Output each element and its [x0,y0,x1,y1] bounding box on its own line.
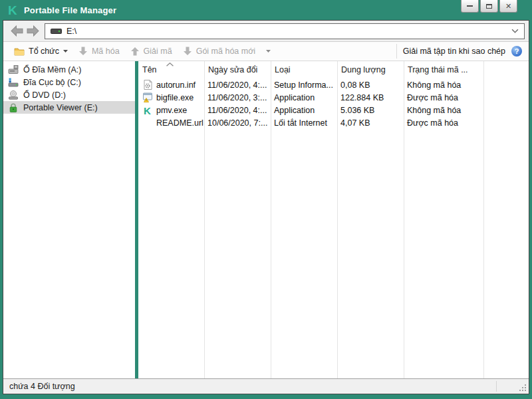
file-modified: 11/06/2020, 4:... [204,80,271,90]
drive-label: Ổ Đĩa Mềm (A:) [23,65,82,74]
sidebar-item-local-c[interactable]: Đĩa Cục bộ (C:) [3,76,135,88]
caret-down-icon [266,50,271,53]
column-separator[interactable] [404,61,404,378]
drive-label: Ổ DVD (D:) [23,90,66,100]
file-modified: 11/06/2020, 4:... [204,106,271,115]
encrypt-button[interactable]: Mã hóa [73,45,125,58]
status-bar: chứa 4 Đối tượng [3,378,529,394]
file-name-cell: README.url [138,118,204,128]
column-separator[interactable] [271,61,271,378]
file-name: autorun.inf [156,80,196,90]
column-separator[interactable] [204,61,205,378]
forward-icon [27,25,39,37]
toolbar-separator [396,44,397,59]
new-package-label: Gói mã hóa mới [196,47,255,56]
file-list: Tên Ngày sửa đổi Loại Dung lượng Trạng t… [138,61,529,378]
file-size: 0,08 KB [337,80,404,90]
file-status: Không mã hóa [404,106,483,115]
file-type: Setup Informa... [271,80,337,90]
decrypt-button[interactable]: Giải mã [125,45,178,58]
file-type: Application [271,93,337,102]
arrow-up-icon [130,47,140,56]
sort-ascending-icon [166,63,174,66]
title-bar[interactable]: K Portable File Manager ✕ [0,0,532,20]
command-toolbar: Tổ chức Mã hóa Giải mã [3,42,529,61]
file-modified: 10/06/2020, 7:... [204,118,271,128]
file-row[interactable]: K pmv.exe 11/06/2020, 4:... Application … [138,104,529,116]
column-header-modified[interactable]: Ngày sửa đổi [204,65,271,74]
file-name-cell: autorun.inf [138,80,204,90]
column-header-name[interactable]: Tên [138,65,204,74]
file-name-cell: K pmv.exe [138,105,204,116]
chevron-down-icon[interactable] [511,29,519,33]
minimize-icon [467,5,473,7]
file-row[interactable]: autorun.inf 11/06/2020, 4:... Setup Info… [138,78,529,91]
file-modified: 11/06/2020, 3:... [204,93,271,102]
close-icon: ✕ [505,3,511,10]
kaspersky-logo-icon: K [6,3,21,17]
blank-icon [142,118,153,128]
file-row[interactable]: bigfile.exe 11/06/2020, 3:... Applicatio… [138,91,529,104]
window-title: Portable File Manager [24,5,116,15]
drive-list: Ổ Đĩa Mềm (A:) Đĩa Cục bộ (C:) [3,61,135,378]
arrow-down-icon [183,47,192,56]
drive-icon [51,27,62,35]
local-disk-icon [8,77,19,88]
resize-grip-icon[interactable] [519,384,527,392]
svg-text:K: K [144,105,151,116]
file-name: bigfile.exe [156,93,194,102]
inf-file-icon [142,80,153,90]
organize-label: Tổ chức [29,47,59,56]
file-type: Lối tắt Internet [271,118,337,128]
organize-button[interactable]: Tổ chức [9,45,73,58]
decrypt-on-copy-label: Giải mã tập tin khi sao chép [403,47,505,56]
toolbar-right-group: Giải mã tập tin khi sao chép ? [396,44,523,59]
file-name: README.url [156,118,203,128]
lock-icon [8,102,19,113]
file-size: 5.036 KB [337,106,404,115]
file-size: 4,07 KB [337,118,404,128]
caret-down-icon [63,50,68,53]
arrow-down-icon [78,47,88,56]
portable-file-manager-window: K Portable File Manager ✕ [0,0,532,399]
new-encrypted-package-button[interactable]: Gói mã hóa mới [178,45,276,58]
encrypt-label: Mã hóa [92,47,120,56]
maximize-icon [486,4,492,9]
file-row[interactable]: README.url 10/06/2020, 7:... Lối tắt Int… [138,116,529,129]
main-area: Ổ Đĩa Mềm (A:) Đĩa Cục bộ (C:) [3,61,529,378]
drive-label: Đĩa Cục bộ (C:) [23,78,81,87]
file-name: pmv.exe [156,106,187,115]
sidebar-item-portable-viewer-e[interactable]: Portable Viewer (E:) [3,101,135,114]
sidebar-item-dvd-d[interactable]: Ổ DVD (D:) [3,88,135,101]
sidebar-item-floppy-a[interactable]: Ổ Đĩa Mềm (A:) [3,63,135,76]
svg-text:K: K [8,3,17,17]
help-icon: ? [515,47,519,55]
window-content: E:\ Tổ chức M [3,20,529,394]
file-status: Được mã hóa [404,93,483,102]
dvd-drive-icon [8,90,19,100]
decrypt-label: Giải mã [144,47,172,56]
navigation-bar: E:\ [3,21,529,42]
help-button[interactable]: ? [511,46,522,57]
exe-file-icon [142,92,153,103]
back-button[interactable] [9,23,25,39]
file-status: Được mã hóa [404,118,483,128]
maximize-button[interactable] [480,0,498,13]
column-header-status[interactable]: Trạng thái mã ... [404,65,483,74]
column-separator[interactable] [483,61,484,378]
file-type: Application [271,106,337,115]
address-text: E:\ [66,27,76,36]
status-text: chứa 4 Đối tượng [9,382,75,391]
minimize-button[interactable] [461,0,479,13]
column-header-size[interactable]: Dung lượng [337,65,404,74]
window-controls: ✕ [461,0,517,13]
file-name-cell: bigfile.exe [138,92,204,103]
column-separator[interactable] [337,61,338,378]
forward-button[interactable] [25,23,41,39]
address-bar[interactable]: E:\ [45,23,525,39]
close-button[interactable]: ✕ [499,0,517,13]
kaspersky-app-icon: K [142,105,153,116]
list-header: Tên Ngày sửa đổi Loại Dung lượng Trạng t… [138,61,529,78]
column-header-type[interactable]: Loại [271,65,337,74]
folder-icon [14,47,25,56]
